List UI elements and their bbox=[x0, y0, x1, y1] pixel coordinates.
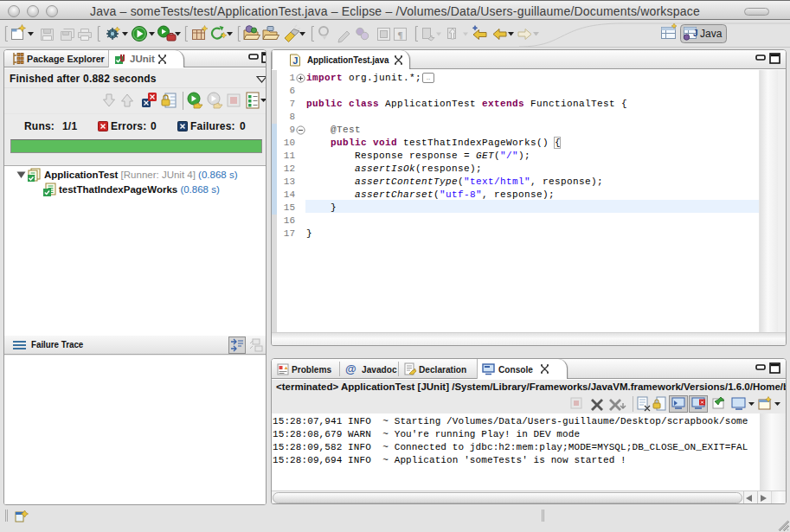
svg-text:¶: ¶ bbox=[398, 29, 403, 40]
svg-text:J: J bbox=[292, 55, 298, 66]
svg-text:J: J bbox=[693, 29, 698, 38]
